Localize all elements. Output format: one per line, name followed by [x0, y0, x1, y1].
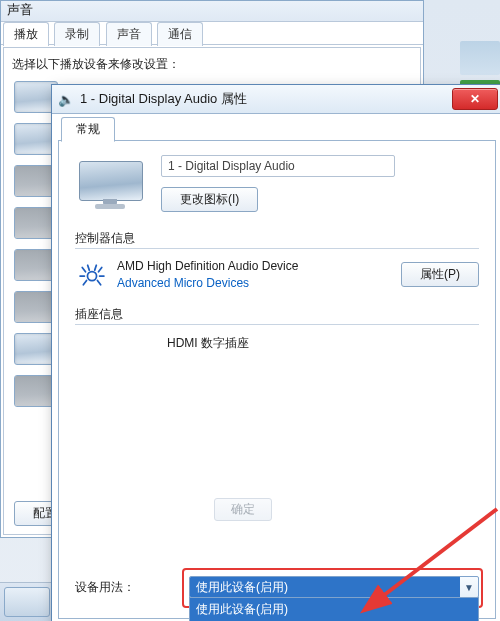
tab-communications[interactable]: 通信: [157, 22, 203, 46]
device-usage-section: 设备用法： 使用此设备(启用) ▼ 使用此设备(启用) 不使用此设备(禁用): [75, 576, 479, 598]
general-page: 1 - Digital Display Audio 更改图标(I) 控制器信息 …: [58, 141, 496, 619]
tab-general[interactable]: 常规: [61, 117, 115, 142]
device-usage-combo[interactable]: 使用此设备(启用) ▼ 使用此设备(启用) 不使用此设备(禁用): [189, 576, 479, 598]
device-usage-label: 设备用法：: [75, 579, 171, 596]
controller-group-label: 控制器信息: [75, 230, 479, 247]
speaker-icon: 🔈: [58, 92, 74, 107]
device-usage-options: 使用此设备(启用) 不使用此设备(禁用): [189, 597, 479, 621]
controller-group: 控制器信息 AMD High Definition Audio Device A…: [75, 230, 479, 290]
tab-sounds[interactable]: 声音: [106, 22, 152, 46]
jack-value: HDMI 数字插座: [167, 336, 249, 350]
sound-window-title: 声音: [1, 1, 423, 22]
close-button[interactable]: ✕: [452, 88, 498, 110]
dialog-tabs: 常规: [58, 117, 496, 141]
jack-group-label: 插座信息: [75, 306, 479, 323]
device-properties-dialog: 🔈 1 - Digital Display Audio 属性 ✕ 常规 1 - …: [51, 84, 500, 621]
sound-tabs: 播放 录制 声音 通信: [1, 22, 423, 45]
jack-group: 插座信息 HDMI 数字插座: [75, 306, 479, 352]
device-name-field[interactable]: 1 - Digital Display Audio: [161, 155, 395, 177]
close-icon: ✕: [470, 92, 480, 106]
thumbnail: [460, 41, 500, 75]
device-icon: [75, 159, 145, 209]
svg-point-0: [87, 271, 96, 280]
chevron-down-icon: ▼: [460, 582, 478, 593]
ghost-ok-button: 确定: [214, 498, 272, 521]
change-icon-button[interactable]: 更改图标(I): [161, 187, 258, 212]
playback-instruction: 选择以下播放设备来修改设置：: [12, 56, 412, 73]
device-usage-selected: 使用此设备(启用): [190, 577, 460, 597]
dialog-titlebar[interactable]: 🔈 1 - Digital Display Audio 属性 ✕: [52, 85, 500, 114]
device-usage-option-enable[interactable]: 使用此设备(启用): [190, 598, 478, 621]
vendor-icon: [79, 262, 105, 288]
tab-recording[interactable]: 录制: [54, 22, 100, 46]
controller-properties-button[interactable]: 属性(P): [401, 262, 479, 287]
controller-name: AMD High Definition Audio Device: [117, 259, 389, 273]
task-thumb[interactable]: [4, 587, 50, 617]
controller-vendor-link[interactable]: Advanced Micro Devices: [117, 276, 389, 290]
tab-playback[interactable]: 播放: [3, 22, 49, 46]
dialog-title: 1 - Digital Display Audio 属性: [80, 90, 247, 108]
